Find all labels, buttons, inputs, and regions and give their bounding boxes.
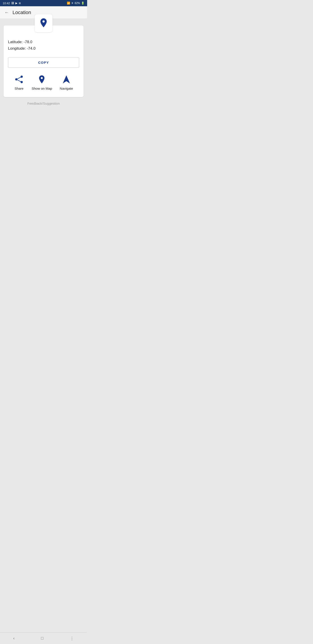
coordinates-section: Latitude: -78.0 Longitude: -74.0 bbox=[8, 39, 79, 52]
photo-icon: 🖼 bbox=[11, 2, 14, 5]
svg-line-4 bbox=[16, 77, 22, 80]
navigate-action[interactable]: Navigate bbox=[60, 74, 73, 90]
navigate-label: Navigate bbox=[60, 86, 73, 90]
back-button[interactable]: ← bbox=[3, 9, 10, 16]
page-title: Location bbox=[12, 10, 31, 16]
feedback-link[interactable]: Feedback/Suggestion bbox=[27, 102, 60, 105]
share-icon bbox=[14, 74, 24, 84]
location-pin-icon bbox=[38, 18, 49, 29]
share-label: Share bbox=[14, 86, 23, 90]
grid-icon: ⊞ bbox=[19, 2, 21, 5]
svg-line-5 bbox=[16, 80, 22, 82]
wifi-icon: 📶 bbox=[67, 2, 70, 5]
status-time: 10:42 bbox=[3, 2, 10, 5]
show-on-map-action[interactable]: Show on Map bbox=[32, 74, 52, 90]
airplane-icon: ✈ bbox=[71, 2, 73, 5]
status-left: 10:42 🖼 ▶ ⊞ bbox=[3, 2, 21, 5]
actions-row: Share Show on Map Nav bbox=[8, 74, 79, 90]
battery-label: 82% bbox=[75, 2, 80, 5]
share-action[interactable]: Share bbox=[14, 74, 24, 90]
play-icon: ▶ bbox=[15, 2, 17, 5]
copy-button[interactable]: COPY bbox=[8, 57, 79, 68]
svg-marker-7 bbox=[63, 75, 70, 84]
battery-icon: 🔋 bbox=[81, 2, 84, 5]
location-card: Latitude: -78.0 Longitude: -74.0 COPY Sh bbox=[3, 26, 83, 97]
show-on-map-label: Show on Map bbox=[32, 86, 52, 90]
navigate-icon bbox=[61, 74, 71, 84]
pin-container bbox=[35, 14, 52, 32]
latitude-label: Latitude: -78.0 bbox=[8, 39, 79, 46]
status-right: 📶 ✈ 82% 🔋 bbox=[67, 2, 84, 5]
status-bar: 10:42 🖼 ▶ ⊞ 📶 ✈ 82% 🔋 bbox=[0, 0, 87, 6]
map-pin-icon bbox=[37, 74, 47, 84]
svg-point-6 bbox=[41, 77, 43, 79]
svg-point-0 bbox=[42, 20, 45, 22]
main-content: Latitude: -78.0 Longitude: -74.0 COPY Sh bbox=[0, 19, 87, 110]
longitude-label: Longitude: -74.0 bbox=[8, 46, 79, 52]
